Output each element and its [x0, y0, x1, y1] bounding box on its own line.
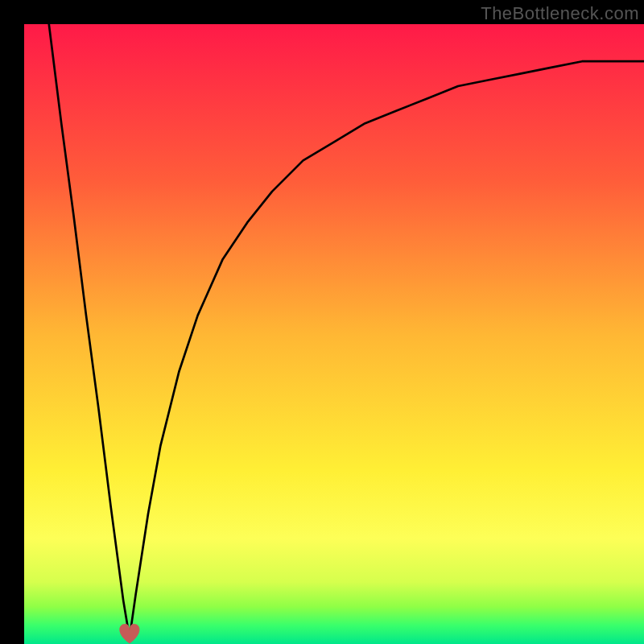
plot-area — [24, 24, 644, 644]
marker-layer — [24, 24, 644, 644]
heart-icon — [120, 624, 139, 643]
watermark-text: TheBottleneck.com — [481, 3, 639, 24]
